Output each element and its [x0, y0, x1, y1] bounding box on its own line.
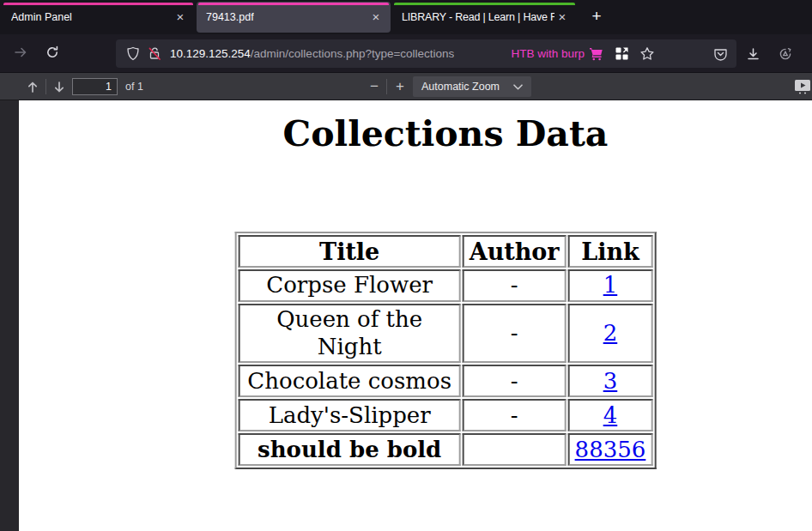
cell-author: -: [463, 399, 567, 431]
cell-link: 4: [568, 399, 653, 431]
chevron-down-icon: [513, 84, 523, 90]
url-domain: 10.129.125.254: [170, 47, 251, 60]
pocket-button[interactable]: [707, 41, 733, 67]
container-color-line: [3, 3, 193, 5]
url-path: /admin/collections.php?type=collections: [251, 47, 455, 60]
container-color-line: [394, 3, 575, 5]
table-row: should be bold88356: [239, 433, 653, 466]
cell-link: 1: [568, 269, 653, 302]
zoom-select-label: Automatic Zoom: [421, 81, 513, 93]
zoom-out-button[interactable]: −: [364, 76, 385, 97]
browser-window: Admin Panel × 79413.pdf × LIBRARY - Read…: [0, 0, 812, 531]
tab-close-icon[interactable]: ×: [368, 9, 384, 25]
tab-pdf[interactable]: 79413.pdf ×: [197, 2, 391, 33]
cell-link: 2: [568, 304, 653, 363]
navigation-toolbar: 10.129.125.254/admin/collections.php?typ…: [0, 34, 812, 73]
collections-table-wrap: Title Author Link Corpse Flower-1Queen o…: [235, 232, 657, 469]
header-title: Title: [239, 235, 461, 268]
tab-bar: Admin Panel × 79413.pdf × LIBRARY - Read…: [0, 0, 812, 34]
next-page-button[interactable]: [49, 76, 70, 97]
tab-library[interactable]: LIBRARY - Read | Learn | Have Fun ×: [392, 2, 577, 33]
bookmark-star-icon[interactable]: [639, 46, 655, 61]
table-row: Corpse Flower-1: [239, 269, 653, 302]
zoom-in-button[interactable]: +: [390, 76, 410, 97]
cart-icon: [589, 47, 603, 61]
url-text: 10.129.125.254/admin/collections.php?typ…: [170, 47, 454, 60]
cell-author: -: [463, 269, 567, 302]
header-author: Author: [463, 235, 567, 268]
cell-author: -: [463, 365, 567, 397]
table-row: Chocolate cosmos-3: [239, 365, 653, 397]
tab-label: Admin Panel: [11, 11, 72, 23]
extensions-grid-icon[interactable]: [805, 41, 812, 67]
insecure-lock-icon[interactable]: [148, 46, 162, 61]
presentation-mode-button[interactable]: [791, 76, 812, 97]
cell-title: should be bold: [239, 433, 461, 466]
table-row: Lady's-Slipper-4: [239, 399, 653, 431]
page-count-label: of 1: [125, 81, 143, 93]
cell-title: Queen of the Night: [239, 304, 461, 363]
tab-admin-panel[interactable]: Admin Panel ×: [2, 2, 195, 33]
document-title: Collections Data: [19, 113, 812, 154]
table-header-row: Title Author Link: [239, 235, 653, 268]
cell-author: -: [463, 304, 567, 363]
url-bar[interactable]: 10.129.125.254/admin/collections.php?typ…: [116, 39, 736, 68]
tab-close-icon[interactable]: ×: [554, 9, 570, 25]
container-tab-label: HTB with burp: [511, 47, 585, 60]
arrow-down-icon: [53, 81, 65, 94]
tab-label: 79413.pdf: [206, 11, 254, 23]
pdf-page: Collections Data Title Author Link Corps…: [19, 100, 812, 531]
downloads-button[interactable]: [740, 41, 766, 67]
pdf-viewer-area[interactable]: Collections Data Title Author Link Corps…: [0, 100, 812, 531]
cell-author: [463, 433, 567, 466]
tab-close-icon[interactable]: ×: [173, 9, 188, 25]
cell-title: Lady's-Slipper: [239, 399, 461, 431]
pdf-toolbar: of 1 − + Automatic Zoom: [0, 73, 812, 100]
container-color-line: [198, 3, 389, 5]
link[interactable]: 2: [603, 320, 618, 346]
new-tab-button[interactable]: +: [585, 5, 609, 29]
cell-title: Corpse Flower: [239, 269, 461, 302]
toolbar-right-icons: [707, 41, 812, 67]
cell-link: 3: [568, 365, 653, 397]
cell-title: Chocolate cosmos: [239, 365, 461, 397]
shield-icon[interactable]: [126, 46, 140, 61]
tab-label: LIBRARY - Read | Learn | Have Fun: [402, 11, 554, 23]
reload-icon: [45, 45, 59, 63]
link[interactable]: 1: [603, 272, 618, 298]
table-row: Queen of the Night-2: [239, 304, 653, 363]
collections-table: Title Author Link Corpse Flower-1Queen o…: [235, 232, 657, 469]
cell-link: 88356: [568, 433, 653, 466]
link[interactable]: 88356: [575, 437, 646, 462]
forward-button[interactable]: [8, 41, 33, 67]
forward-arrow-icon: [14, 45, 27, 63]
previous-page-button[interactable]: [22, 76, 43, 97]
link[interactable]: 3: [603, 368, 618, 394]
reload-button[interactable]: [39, 41, 65, 67]
presentation-icon: [794, 79, 812, 94]
link[interactable]: 4: [603, 402, 618, 428]
table-body: Corpse Flower-1Queen of the Night-2Choco…: [239, 269, 653, 466]
zoom-select[interactable]: Automatic Zoom: [413, 76, 531, 97]
extension-refresh-icon[interactable]: [773, 41, 798, 67]
page-number-input[interactable]: [72, 78, 118, 95]
grid-arrow-extension-icon[interactable]: [615, 46, 629, 61]
header-link: Link: [568, 235, 653, 268]
arrow-up-icon: [27, 81, 39, 94]
